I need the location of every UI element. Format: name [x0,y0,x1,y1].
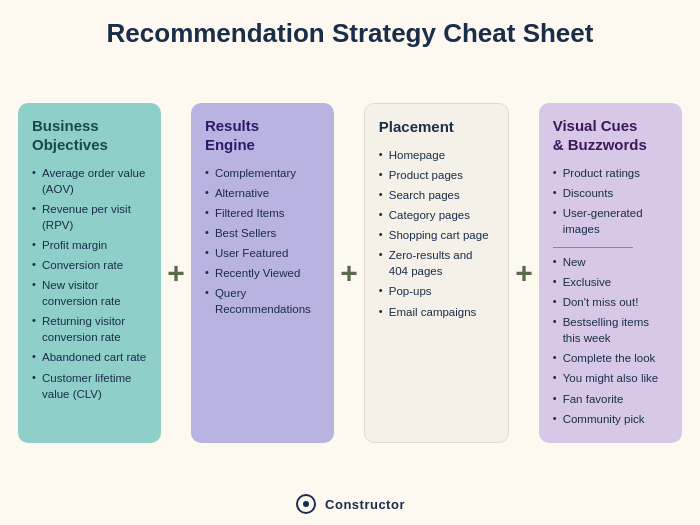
objectives-title: BusinessObjectives [32,117,147,155]
list-item: Homepage [379,147,494,163]
list-item: You might also like [553,370,668,386]
list-item: New [553,254,668,270]
list-item: Bestselling items this week [553,314,668,346]
visual-divider [553,247,634,248]
column-visual: Visual Cues& Buzzwords Product ratings D… [539,103,682,443]
svg-point-1 [303,501,309,507]
footer: Constructor [295,485,405,525]
list-item: Community pick [553,411,668,427]
list-item: User Featured [205,245,320,261]
list-item: Zero-results and 404 pages [379,247,494,279]
columns-wrapper: BusinessObjectives Average order value (… [0,61,700,485]
list-item: Category pages [379,207,494,223]
placement-title: Placement [379,118,494,137]
list-item: User-generated images [553,205,668,237]
list-item: Query Recommendations [205,285,320,317]
list-item: Profit margin [32,237,147,253]
plus-3: + [509,256,539,290]
list-item: Complementary [205,165,320,181]
list-item: Search pages [379,187,494,203]
list-item: Revenue per visit (RPV) [32,201,147,233]
list-item: Product ratings [553,165,668,181]
visual-list-bottom: New Exclusive Don't miss out! Bestsellin… [553,254,668,431]
list-item: Best Sellers [205,225,320,241]
visual-list-top: Product ratings Discounts User-generated… [553,165,668,241]
page-title: Recommendation Strategy Cheat Sheet [107,0,594,61]
list-item: Discounts [553,185,668,201]
list-item: Exclusive [553,274,668,290]
column-placement: Placement Homepage Product pages Search … [364,103,509,443]
visual-title: Visual Cues& Buzzwords [553,117,668,155]
column-results: ResultsEngine Complementary Alternative … [191,103,334,443]
list-item: Fan favorite [553,391,668,407]
list-item: Complete the look [553,350,668,366]
list-item: Filtered Items [205,205,320,221]
list-item: Email campaigns [379,304,494,320]
objectives-list: Average order value (AOV) Revenue per vi… [32,165,147,406]
column-objectives: BusinessObjectives Average order value (… [18,103,161,443]
list-item: Alternative [205,185,320,201]
plus-1: + [161,256,191,290]
list-item: Shopping cart page [379,227,494,243]
placement-list: Homepage Product pages Search pages Cate… [379,147,494,324]
list-item: Product pages [379,167,494,183]
list-item: Average order value (AOV) [32,165,147,197]
list-item: Customer lifetime value (CLV) [32,370,147,402]
list-item: Don't miss out! [553,294,668,310]
list-item: Conversion rate [32,257,147,273]
list-item: Abandoned cart rate [32,349,147,365]
plus-2: + [334,256,364,290]
list-item: Returning visitor conversion rate [32,313,147,345]
list-item: Recently Viewed [205,265,320,281]
list-item: Pop-ups [379,283,494,299]
list-item: New visitor conversion rate [32,277,147,309]
constructor-icon [295,493,317,515]
footer-logo-text: Constructor [325,497,405,512]
results-list: Complementary Alternative Filtered Items… [205,165,320,322]
results-title: ResultsEngine [205,117,320,155]
